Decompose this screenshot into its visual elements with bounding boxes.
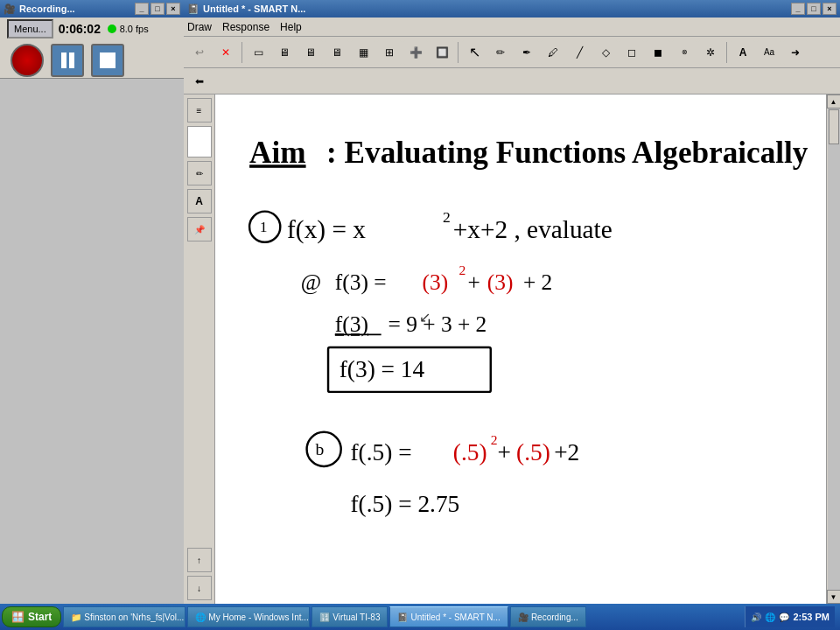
taskbar-item-sfinston-icon: 📁: [71, 612, 81, 622]
monitor-tool1[interactable]: 🖥: [272, 40, 297, 65]
frame-tool[interactable]: 🔲: [430, 40, 454, 65]
notebook-title-text: Untitled * - SMART N...: [203, 4, 305, 14]
taskbar-item-recording[interactable]: 🎥 Recording...: [510, 606, 586, 627]
svg-text:+: +: [498, 439, 511, 466]
record-button[interactable]: [10, 44, 44, 77]
scroll-up-arrow[interactable]: ▲: [827, 94, 841, 108]
arrow-tool[interactable]: ➜: [783, 40, 808, 65]
svg-text:f(x) = x: f(x) = x: [287, 215, 366, 244]
shape-tool[interactable]: ◇: [593, 40, 618, 65]
svg-text:+: +: [467, 270, 480, 294]
svg-text:(.5): (.5): [453, 439, 487, 466]
start-label: Start: [28, 611, 52, 623]
taskbar-item-smart[interactable]: 📓 Untitled * - SMART N...: [389, 606, 508, 627]
recording-title-text: Recording...: [19, 4, 75, 14]
svg-text:f(.5) =: f(.5) =: [350, 439, 411, 466]
notebook-close-btn[interactable]: ×: [822, 3, 836, 15]
delete-button[interactable]: ✕: [214, 40, 238, 65]
svg-text:2: 2: [443, 208, 451, 226]
monitor-tool2[interactable]: 🖥: [298, 40, 323, 65]
line-tool[interactable]: ╱: [567, 40, 592, 65]
plus-tool[interactable]: ➕: [403, 40, 428, 65]
svg-text:(3): (3): [423, 270, 449, 295]
svg-rect-17: [328, 347, 491, 392]
svg-text:+x+2 , evaluate: +x+2 , evaluate: [453, 215, 612, 243]
page-thumbnail[interactable]: [187, 126, 212, 158]
menu-draw[interactable]: Draw: [187, 21, 212, 33]
scroll-track[interactable]: [828, 108, 840, 590]
stop-button[interactable]: [91, 44, 124, 77]
taskbar-item-recording-label: Recording...: [531, 612, 578, 622]
taskbar: 🪟 Start 📁 Sfinston on 'Nrhs_fs|Vol... 🌐 …: [0, 604, 840, 630]
tray-icon-chat: 💬: [779, 612, 789, 622]
table-tool[interactable]: ⊞: [377, 40, 402, 65]
taskbar-item-smart-icon: 📓: [397, 612, 408, 622]
recording-close-btn[interactable]: ×: [166, 3, 180, 15]
taskbar-item-sfinston-label: Sfinston on 'Nrhs_fs|Vol...: [84, 612, 184, 622]
vertical-scrollbar[interactable]: ▲ ▼: [826, 94, 840, 604]
taskbar-item-ti83-label: Virtual TI-83: [332, 612, 380, 622]
svg-text:(.5): (.5): [516, 439, 550, 466]
monitor-tool3[interactable]: 🖥: [325, 40, 349, 65]
notebook-window: 📓 Untitled * - SMART N... _ □ × Draw Res…: [184, 0, 840, 630]
taskbar-right: 🔊 🌐 💬 2:53 PM: [745, 606, 838, 627]
notebook-minimize-btn[interactable]: _: [791, 3, 805, 15]
grid-tool[interactable]: ▦: [351, 40, 375, 65]
undo-button[interactable]: ↩: [187, 40, 212, 65]
taskbar-item-recording-icon: 🎥: [518, 612, 528, 622]
recording-title-icon: 🎥: [4, 4, 16, 15]
recording-timer: 0:06:02: [59, 22, 102, 36]
taskbar-item-ti83[interactable]: 🔢 Virtual TI-83: [312, 606, 388, 627]
sidebar-arrow-down[interactable]: ↓: [187, 576, 212, 600]
scroll-down-arrow[interactable]: ▼: [827, 590, 841, 604]
svg-text:↙: ↙: [419, 310, 430, 325]
pause-button[interactable]: [51, 44, 84, 77]
eraser-tool-1[interactable]: ◻: [620, 40, 644, 65]
taskbar-item-ie-icon: 🌐: [195, 612, 206, 622]
nav-left-button[interactable]: ⬅: [187, 69, 212, 94]
math-svg: Aim : Evaluating Functions Algebraically…: [215, 94, 826, 604]
sidebar-menu-btn[interactable]: ≡: [187, 98, 212, 122]
recording-menu-button[interactable]: Menu...: [7, 19, 53, 38]
rectangle-tool[interactable]: ▭: [246, 40, 270, 65]
svg-text:Aim: Aim: [249, 136, 306, 170]
taskbar-item-ie-label: My Home - Windows Int...: [208, 612, 308, 622]
svg-text:(3): (3): [487, 270, 514, 295]
stop-icon: [100, 52, 116, 68]
svg-text:f(.5) = 2.75: f(.5) = 2.75: [350, 491, 459, 517]
svg-text:f(3): f(3): [335, 312, 368, 337]
fps-dot: [108, 24, 116, 33]
sidebar-pen-btn[interactable]: ✏: [187, 161, 212, 186]
taskbar-item-ie[interactable]: 🌐 My Home - Windows Int...: [187, 606, 310, 627]
taskbar-item-sfinston[interactable]: 📁 Sfinston on 'Nrhs_fs|Vol...: [63, 606, 186, 627]
sidebar-arrow-up[interactable]: ↑: [187, 548, 212, 572]
notebook-main: ≡ ✏ A 📌 ↑ ↓ Aim : Evaluating Functions A…: [184, 94, 840, 604]
text-tool[interactable]: A: [731, 40, 755, 65]
svg-text:b: b: [315, 440, 324, 458]
tray-icon-volume: 🔊: [751, 612, 761, 622]
start-button[interactable]: 🪟 Start: [2, 606, 61, 627]
recording-maximize-btn[interactable]: □: [150, 3, 164, 15]
toolbar-sep-1: [242, 42, 242, 63]
notebook-maximize-btn[interactable]: □: [807, 3, 821, 15]
pen-tool-3[interactable]: 🖊: [541, 40, 565, 65]
toolbar-sep-3: [726, 42, 727, 63]
main-toolbar: ↩ ✕ ▭ 🖥 🖥 🖥 ▦ ⊞ ➕ 🔲 ↖ ✏ ✒ 🖊 ╱ ◇ ◻ ◼ ⊗ ✲ …: [184, 37, 840, 68]
sidebar-text-btn[interactable]: A: [187, 189, 212, 214]
stamp-tool[interactable]: ✲: [698, 40, 723, 65]
tray-icon-network: 🌐: [765, 612, 775, 622]
text-fx-tool[interactable]: Aa: [757, 40, 781, 65]
pen-tool-1[interactable]: ✏: [488, 40, 513, 65]
eraser-tool-3[interactable]: ⊗: [672, 40, 696, 65]
recording-minimize-btn[interactable]: _: [135, 3, 149, 15]
menu-response[interactable]: Response: [222, 21, 270, 33]
scroll-thumb[interactable]: [829, 109, 839, 144]
whiteboard-canvas[interactable]: Aim : Evaluating Functions Algebraically…: [215, 94, 826, 604]
svg-point-2: [249, 212, 280, 242]
sidebar-pin-btn[interactable]: 📌: [187, 217, 212, 242]
pen-tool-2[interactable]: ✒: [514, 40, 539, 65]
menu-help[interactable]: Help: [280, 21, 302, 33]
svg-text:+ 2: + 2: [523, 270, 552, 294]
eraser-tool-2[interactable]: ◼: [646, 40, 670, 65]
select-tool[interactable]: ↖: [462, 40, 486, 65]
